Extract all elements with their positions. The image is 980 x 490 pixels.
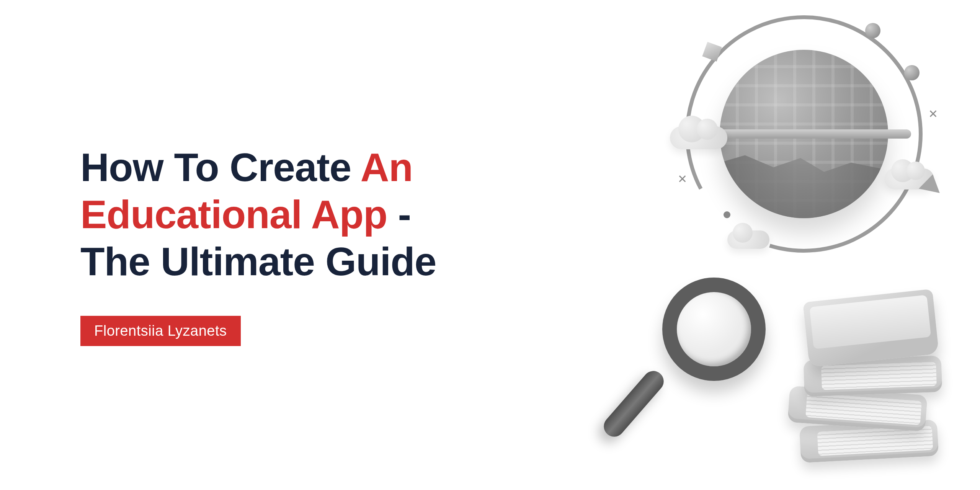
illustration-column: ✕ ✕	[568, 0, 980, 490]
author-badge: Florentsiia Lyzanets	[80, 316, 241, 346]
cloud-icon	[727, 230, 769, 249]
page-title: How To Create An Educational App - The U…	[80, 144, 553, 285]
title-part-3: The Ultimate Guide	[80, 239, 436, 284]
dot-icon	[724, 211, 730, 218]
title-part-1-accent: An	[360, 145, 413, 189]
magnifier-lens	[662, 278, 766, 381]
magnifier-handle	[599, 367, 668, 441]
globe-icon: ✕ ✕	[681, 11, 926, 256]
orbit-planet	[904, 65, 920, 80]
title-part-2-accent: Educational App	[80, 192, 387, 237]
triangle-icon	[919, 172, 943, 193]
magnifier-icon	[639, 278, 766, 452]
title-part-2-suffix: -	[387, 192, 411, 237]
hero-banner: How To Create An Educational App - The U…	[0, 0, 980, 490]
text-column: How To Create An Educational App - The U…	[0, 144, 568, 346]
cloud-icon	[670, 126, 727, 149]
book-item-top	[803, 289, 939, 368]
books-icon	[781, 299, 946, 459]
sparkle-icon: ✕	[928, 107, 938, 121]
sparkle-icon: ✕	[678, 172, 687, 186]
orbit-planet	[865, 23, 880, 38]
title-part-1-prefix: How To Create	[80, 145, 360, 189]
